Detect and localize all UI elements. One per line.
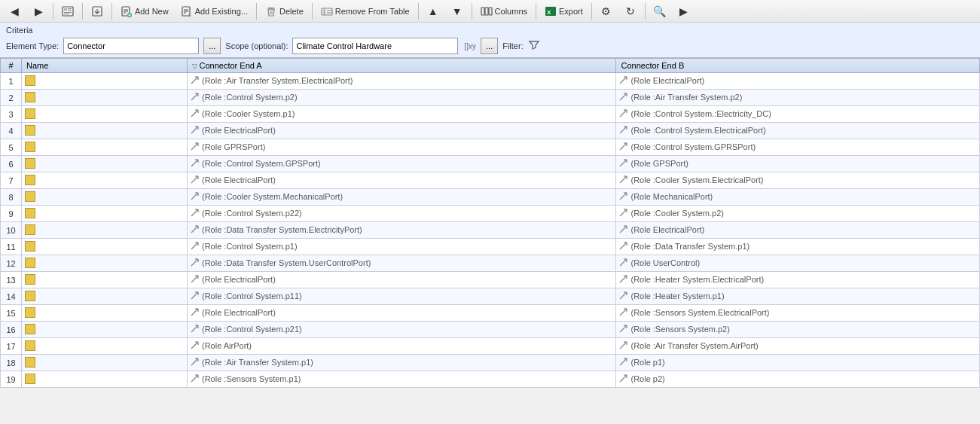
sep5 <box>312 3 313 20</box>
cell-name <box>22 255 188 272</box>
cell-end-a: (Role :Data Transfer System.ElectricityP… <box>188 222 616 239</box>
end-b-text: (Role p1) <box>630 358 664 367</box>
cell-name <box>22 239 188 255</box>
svg-line-70 <box>191 176 198 183</box>
end-a-text: (Role :Control System.p1) <box>202 242 298 251</box>
end-b-icon-row: (Role :Air Transfer System.p2) <box>619 93 742 102</box>
end-b-icon-row: (Role :Cooler System.p2) <box>619 209 724 218</box>
end-a-text: (Role :Control System.p21) <box>202 325 302 334</box>
row-icon <box>25 224 37 235</box>
table-row[interactable]: 2 (Role :Control System.p2) (Role :Air T… <box>1 90 980 106</box>
remove-icon <box>321 5 333 17</box>
element-icon <box>25 357 35 368</box>
move-down-button[interactable]: ▼ <box>446 3 469 20</box>
export-button[interactable]: X Export <box>539 3 588 20</box>
remove-from-table-label: Remove From Table <box>335 7 410 16</box>
svg-line-121 <box>620 309 627 316</box>
cell-end-a: (Role :Control System.GPSPort) <box>188 156 616 172</box>
scope-more-button[interactable]: ... <box>481 38 498 54</box>
svg-rect-30 <box>485 8 488 15</box>
table-row[interactable]: 3 (Role :Cooler System.p1) (Role :Contro… <box>1 106 980 123</box>
refresh-button[interactable]: ↻ <box>619 3 642 20</box>
element-icon <box>25 142 35 152</box>
columns-button[interactable]: Columns <box>475 3 533 20</box>
forward-button[interactable]: ▶ <box>27 3 50 20</box>
svg-line-58 <box>191 143 198 150</box>
cell-name <box>22 355 188 371</box>
element-icon <box>25 274 35 285</box>
cell-name <box>22 156 188 172</box>
delete-button[interactable]: Delete <box>260 3 309 20</box>
criteria-bar: Criteria Element Type: ... Scope (option… <box>0 23 980 58</box>
table-row[interactable]: 1 (Role :Air Transfer System.ElectricalP… <box>1 73 980 90</box>
table-row[interactable]: 5 (Role GPRSPort) (Role :Control System.… <box>1 139 980 156</box>
settings-button[interactable]: ⚙ <box>595 3 618 20</box>
back-button[interactable]: ◀ <box>3 3 26 20</box>
end-a-text: (Role :Data Transfer System.ElectricityP… <box>202 225 362 234</box>
criteria-title: Criteria <box>6 26 974 35</box>
col-header-end-b[interactable]: Connector End B <box>616 59 980 73</box>
table-row[interactable]: 12 (Role :Data Transfer System.UserContr… <box>1 255 980 272</box>
scope-hint: []xy <box>464 42 476 50</box>
browse-icon <box>62 5 74 17</box>
table-row[interactable]: 13 (Role ElectricalPort) (Role :Heater S… <box>1 272 980 288</box>
table-row[interactable]: 10 (Role :Data Transfer System.Electrici… <box>1 222 980 239</box>
play-button[interactable]: ▶ <box>673 3 695 20</box>
table-row[interactable]: 8 (Role :Cooler System.MechanicalPort) (… <box>1 189 980 206</box>
table-row[interactable]: 9 (Role :Control System.p22) (Role :Cool… <box>1 206 980 222</box>
svg-rect-19 <box>268 8 274 9</box>
end-a-text: (Role :Air Transfer System.p1) <box>202 358 313 367</box>
play-icon: ▶ <box>678 5 690 17</box>
sep4 <box>256 3 257 20</box>
cell-end-b: (Role UserControl) <box>616 255 980 272</box>
svg-line-127 <box>620 325 627 332</box>
cell-end-a: (Role :Sensors System.p1) <box>188 371 616 388</box>
back-icon: ◀ <box>8 5 20 17</box>
columns-label: Columns <box>495 7 527 16</box>
table-row[interactable]: 18 (Role :Air Transfer System.p1) (Role … <box>1 355 980 371</box>
remove-from-table-button[interactable]: Remove From Table <box>316 3 415 20</box>
table-row[interactable]: 6 (Role :Control System.GPSPort) (Role G… <box>1 156 980 172</box>
cell-end-a: (Role AirPort) <box>188 338 616 355</box>
element-type-input[interactable] <box>63 38 199 54</box>
table-row[interactable]: 17 (Role AirPort) (Role :Air Transfer Sy… <box>1 338 980 355</box>
browse-button[interactable] <box>56 3 79 20</box>
scope-input[interactable] <box>292 38 458 54</box>
svg-line-37 <box>620 77 627 84</box>
add-existing-button[interactable]: Add Existing... <box>176 3 253 20</box>
table-row[interactable]: 11 (Role :Control System.p1) (Role :Data… <box>1 239 980 255</box>
search-button[interactable]: 🔍 <box>649 3 671 20</box>
add-new-button[interactable]: Add New <box>115 3 174 20</box>
table-row[interactable]: 19 (Role :Sensors System.p1) (Role p2) <box>1 371 980 388</box>
cell-row-num: 2 <box>1 90 22 106</box>
svg-line-145 <box>620 375 627 382</box>
move-up-button[interactable]: ▲ <box>422 3 444 20</box>
end-b-text: (Role :Air Transfer System.p2) <box>630 93 742 102</box>
row-icon <box>25 142 37 152</box>
criteria-row: Element Type: ... Scope (optional): []xy… <box>6 38 974 54</box>
svg-rect-4 <box>64 12 72 13</box>
svg-line-133 <box>620 342 627 349</box>
cell-name <box>22 139 188 156</box>
element-type-more-button[interactable]: ... <box>203 38 221 54</box>
svg-line-103 <box>620 259 627 266</box>
export-icon: X <box>545 5 557 17</box>
svg-rect-0 <box>63 7 73 16</box>
table-row[interactable]: 4 (Role ElectricalPort) (Role :Control S… <box>1 123 980 139</box>
filter-icon[interactable] <box>528 39 540 53</box>
row-icon <box>25 307 37 318</box>
element-icon <box>25 208 35 218</box>
col-header-end-a[interactable]: ▽ Connector End A <box>188 59 616 73</box>
table-row[interactable]: 14 (Role :Control System.p11) (Role :Hea… <box>1 288 980 305</box>
end-a-icon-row: (Role :Control System.p21) <box>191 325 302 334</box>
table-row[interactable]: 7 (Role ElectricalPort) (Role :Cooler Sy… <box>1 172 980 189</box>
end-b-icon-row: (Role :Air Transfer System.AirPort) <box>619 341 758 350</box>
table-row[interactable]: 15 (Role ElectricalPort) (Role :Sensors … <box>1 305 980 322</box>
svg-line-40 <box>191 93 198 100</box>
svg-line-142 <box>191 375 198 382</box>
col-header-name[interactable]: Name <box>22 59 188 73</box>
table-row[interactable]: 16 (Role :Control System.p21) (Role :Sen… <box>1 322 980 338</box>
import-button[interactable] <box>86 3 108 20</box>
end-b-text: (Role :Data Transfer System.p1) <box>630 242 750 251</box>
cell-row-num: 4 <box>1 123 22 139</box>
